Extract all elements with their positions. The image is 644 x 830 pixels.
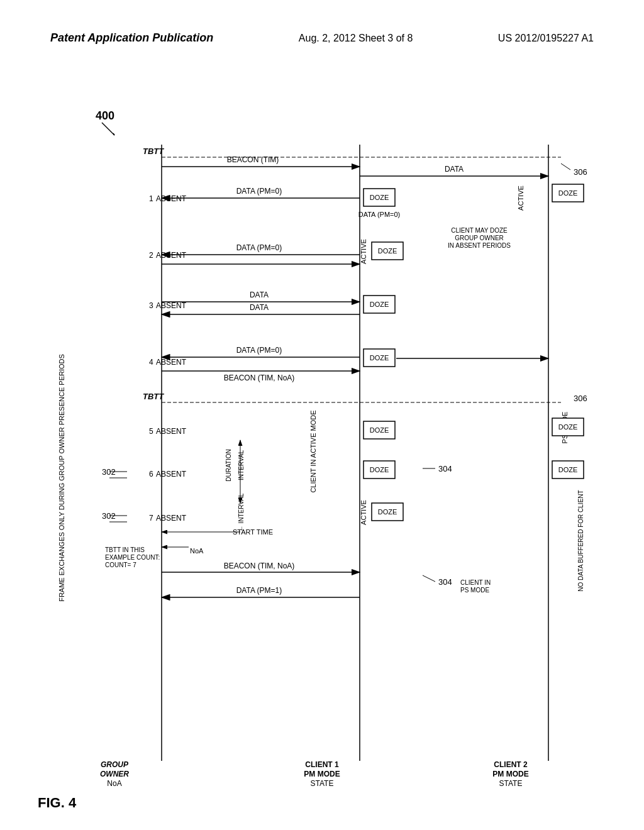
svg-text:GROUP OWNER: GROUP OWNER	[455, 235, 504, 241]
svg-text:306: 306	[574, 394, 587, 403]
svg-text:DOZE: DOZE	[370, 301, 389, 308]
svg-text:ACTIVE: ACTIVE	[517, 185, 525, 211]
svg-text:7: 7	[149, 514, 153, 523]
svg-text:304: 304	[438, 577, 452, 587]
svg-text:PM MODE: PM MODE	[492, 770, 528, 778]
svg-text:DOZE: DOZE	[378, 508, 397, 516]
svg-text:PS MODE: PS MODE	[460, 587, 489, 594]
svg-text:400: 400	[96, 109, 114, 122]
svg-text:DOZE: DOZE	[370, 426, 389, 434]
svg-text:2: 2	[149, 251, 153, 260]
svg-text:4: 4	[149, 358, 153, 367]
header-right: US 2012/0195227 A1	[498, 33, 594, 44]
svg-text:CLIENT IN: CLIENT IN	[460, 579, 491, 586]
svg-text:DATA (PM=0): DATA (PM=0)	[236, 346, 282, 355]
svg-text:ABSENT: ABSENT	[156, 301, 187, 310]
svg-text:ABSENT: ABSENT	[156, 251, 187, 260]
svg-text:5: 5	[149, 427, 153, 436]
svg-text:ABSENT: ABSENT	[156, 427, 187, 436]
svg-text:DOZE: DOZE	[558, 189, 578, 197]
svg-text:DATA (PM=0): DATA (PM=0)	[236, 243, 282, 252]
svg-text:DURATION: DURATION	[225, 449, 232, 481]
svg-text:GROUP: GROUP	[101, 760, 129, 769]
svg-text:BEACON (TIM): BEACON (TIM)	[227, 155, 279, 164]
svg-text:306: 306	[574, 167, 587, 177]
svg-text:DOZE: DOZE	[558, 466, 578, 473]
svg-text:DATA: DATA	[250, 303, 269, 312]
svg-text:FRAME EXCHANGES ONLY DURING GR: FRAME EXCHANGES ONLY DURING GROUP OWNER …	[58, 354, 65, 602]
svg-text:ABSENT: ABSENT	[156, 194, 187, 203]
svg-text:COUNT= 7: COUNT= 7	[105, 562, 136, 568]
svg-text:ACTIVE: ACTIVE	[360, 500, 367, 525]
svg-text:EXAMPLE: EXAMPLE	[105, 554, 135, 561]
svg-text:NO DATA BUFFERED FOR CLIENT: NO DATA BUFFERED FOR CLIENT	[577, 490, 584, 591]
svg-text:DOZE: DOZE	[378, 247, 397, 255]
svg-text:NoA: NoA	[190, 547, 204, 555]
svg-text:BEACON (TIM, NoA): BEACON (TIM, NoA)	[224, 374, 295, 382]
page: Patent Application Publication Aug. 2, 2…	[0, 0, 644, 830]
header-left: Patent Application Publication	[50, 31, 213, 45]
svg-text:BEACON (TIM, NoA): BEACON (TIM, NoA)	[224, 562, 295, 570]
header-center: Aug. 2, 2012 Sheet 3 of 8	[299, 33, 413, 44]
svg-text:6: 6	[149, 470, 153, 479]
svg-text:DOZE: DOZE	[370, 194, 389, 201]
svg-line-2	[113, 133, 114, 135]
svg-text:COUNT:: COUNT:	[136, 554, 160, 561]
figure-label: FIG. 4	[38, 795, 76, 811]
svg-text:DATA (PM=0): DATA (PM=0)	[358, 211, 401, 218]
svg-text:ABSENT: ABSENT	[156, 470, 187, 479]
svg-text:INTERVAL: INTERVAL	[238, 450, 245, 480]
svg-text:CLIENT 1: CLIENT 1	[305, 760, 339, 769]
svg-text:STATE: STATE	[499, 779, 523, 788]
svg-text:DATA: DATA	[445, 165, 464, 174]
svg-text:IN ABSENT PERIODS: IN ABSENT PERIODS	[448, 242, 511, 249]
svg-text:CLIENT MAY DOZE: CLIENT MAY DOZE	[451, 227, 508, 234]
svg-text:DATA: DATA	[250, 290, 269, 299]
svg-text:STATE: STATE	[311, 779, 334, 788]
svg-text:ABSENT: ABSENT	[156, 514, 187, 523]
svg-text:TBTT: TBTT	[143, 147, 164, 156]
svg-text:ABSENT: ABSENT	[156, 358, 187, 367]
svg-text:TBTT IN THIS: TBTT IN THIS	[105, 546, 145, 553]
svg-text:3: 3	[149, 301, 153, 310]
header: Patent Application Publication Aug. 2, 2…	[50, 31, 594, 45]
svg-text:← INTERVAL: ← INTERVAL	[238, 493, 245, 531]
svg-text:TBTT: TBTT	[143, 392, 164, 401]
svg-text:DOZE: DOZE	[558, 423, 578, 431]
svg-text:CLIENT 2: CLIENT 2	[494, 760, 528, 769]
svg-text:PM MODE: PM MODE	[304, 770, 340, 778]
svg-line-109	[423, 575, 435, 582]
diagram-area: 400 GROUP OWNER NoA CLIENT 1 PM MODE STA…	[38, 101, 619, 792]
svg-text:ACTIVE: ACTIVE	[360, 239, 367, 264]
svg-line-1	[102, 123, 114, 135]
svg-text:DOZE: DOZE	[370, 354, 389, 362]
svg-text:OWNER: OWNER	[100, 770, 129, 778]
svg-text:CLIENT IN ACTIVE MODE: CLIENT IN ACTIVE MODE	[309, 410, 317, 492]
svg-text:DOZE: DOZE	[370, 466, 389, 473]
svg-text:DATA (PM=1): DATA (PM=1)	[236, 586, 282, 595]
svg-text:304: 304	[438, 464, 452, 473]
svg-text:NoA: NoA	[107, 779, 121, 788]
svg-line-23	[561, 163, 570, 170]
svg-text:DATA (PM=0): DATA (PM=0)	[236, 187, 282, 196]
svg-text:1: 1	[149, 194, 153, 203]
